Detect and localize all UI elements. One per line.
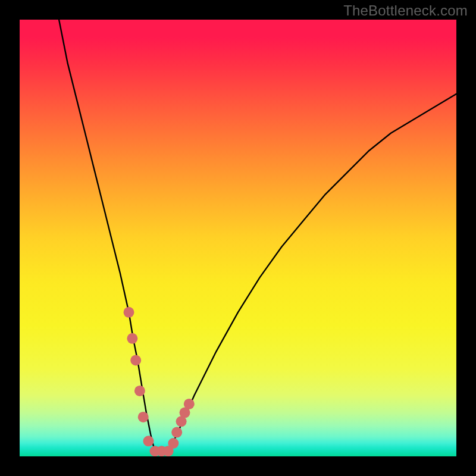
curve-marker bbox=[171, 427, 182, 438]
curve-marker bbox=[184, 399, 195, 409]
marker-group bbox=[124, 307, 195, 456]
plot-area bbox=[20, 20, 456, 456]
chart-frame: TheBottleneck.com bbox=[0, 0, 476, 476]
watermark-text: TheBottleneck.com bbox=[343, 2, 468, 19]
bottleneck-curve bbox=[59, 20, 456, 455]
curve-marker bbox=[130, 355, 141, 366]
curve-layer bbox=[20, 20, 456, 456]
curve-marker bbox=[138, 412, 149, 422]
curve-marker bbox=[134, 386, 145, 396]
curve-marker bbox=[168, 438, 178, 449]
curve-marker bbox=[143, 436, 154, 446]
curve-marker bbox=[127, 333, 137, 344]
curve-marker bbox=[124, 307, 134, 318]
